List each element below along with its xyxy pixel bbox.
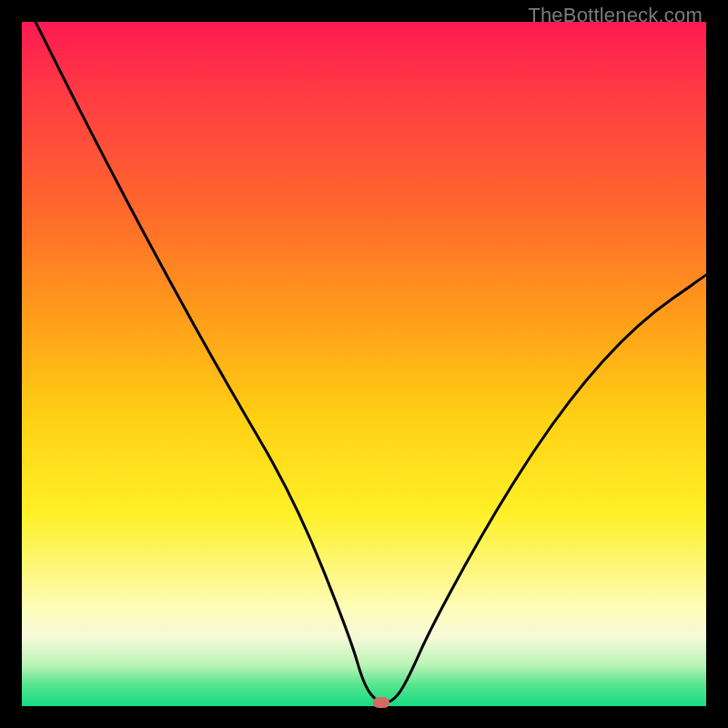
chart-frame: TheBottleneck.com [0, 0, 728, 728]
bottleneck-curve [22, 22, 706, 706]
optimal-point-marker [373, 697, 389, 708]
plot-area [22, 22, 706, 706]
